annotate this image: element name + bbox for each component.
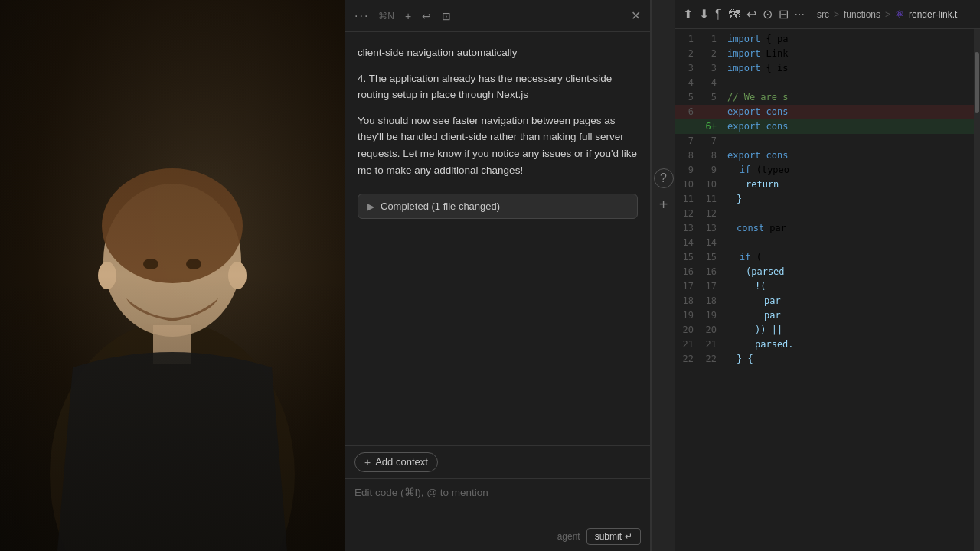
editor-body: 11import { pa22import Link33import { is4… [675, 29, 980, 551]
code-content: par [721, 308, 974, 323]
line-number-new: 8 [698, 148, 721, 163]
line-number-new: 6+ [698, 119, 721, 134]
code-content: (parsed [721, 265, 974, 279]
editor-row: 99if (typeo [675, 163, 974, 178]
more-icon[interactable]: ··· [795, 8, 805, 21]
add-context-label: Add context [375, 456, 428, 468]
code-content: } { [721, 352, 974, 367]
more-options-icon[interactable]: ··· [354, 9, 369, 23]
completed-bar[interactable]: ▶ Completed (1 file changed) [358, 194, 638, 219]
undo-icon[interactable]: ↩ [746, 7, 756, 21]
code-content: export cons [721, 119, 974, 134]
line-number-original: 14 [675, 236, 698, 250]
agent-label: agent [557, 531, 580, 542]
editor-row: 1919par [675, 308, 974, 323]
line-number-new: 20 [698, 323, 721, 337]
line-number-new: 15 [698, 250, 721, 265]
line-number-new: 2 [698, 47, 721, 61]
editor-row: 1515if ( [675, 250, 974, 265]
react-icon: ⚛ [895, 8, 904, 20]
code-content: import { pa [721, 32, 974, 47]
chat-side-toolbar: ? + [651, 0, 675, 551]
line-number-original: 12 [675, 207, 698, 221]
layout-icon[interactable]: ⊡ [440, 8, 452, 24]
line-number-original: 11 [675, 192, 698, 207]
code-content: import { is [721, 61, 974, 76]
line-number-new: 13 [698, 221, 721, 236]
code-content [721, 76, 974, 90]
close-icon[interactable]: ✕ [631, 8, 641, 23]
add-tab-icon[interactable]: + [403, 8, 413, 24]
svg-point-6 [98, 262, 116, 289]
editor-row: 1818par [675, 294, 974, 308]
line-number-original: 8 [675, 148, 698, 163]
svg-point-7 [228, 262, 247, 289]
chat-header-left: ··· ⌘N + ↩ ⊡ [354, 8, 452, 24]
editor-row: 33import { is [675, 61, 974, 76]
code-content: par [721, 294, 974, 308]
scrollbar[interactable] [974, 29, 980, 551]
line-number-original: 7 [675, 134, 698, 148]
chat-input[interactable] [354, 485, 641, 517]
editor-row: 1717!( [675, 279, 974, 294]
code-content: import Link [721, 47, 974, 61]
chat-input-footer: agent submit ↵ [345, 525, 650, 551]
editor-row: 11import { pa [675, 32, 974, 47]
line-number-original: 21 [675, 337, 698, 352]
history-icon[interactable]: ↩ [420, 8, 433, 24]
paragraph-icon[interactable]: ¶ [715, 8, 722, 21]
editor-row: 2020)) || [675, 323, 974, 337]
chat-input-wrapper [345, 479, 650, 526]
add-context-button[interactable]: + Add context [354, 452, 438, 472]
chevron-right-icon: ▶ [368, 201, 374, 212]
completed-label: Completed (1 file changed) [381, 201, 500, 212]
submit-label: submit [595, 531, 622, 542]
line-number-original: 16 [675, 265, 698, 279]
line-number-new: 4 [698, 76, 721, 90]
submit-enter-icon: ↵ [625, 531, 632, 542]
line-number-new: 5 [698, 90, 721, 105]
line-number-new: 7 [698, 134, 721, 148]
editor-row: 2121parsed. [675, 337, 974, 352]
chat-text-intro: client-side navigation automatically [358, 44, 638, 61]
line-number-original: 1 [675, 32, 698, 47]
line-number-new: 17 [698, 279, 721, 294]
line-number-new: 19 [698, 308, 721, 323]
code-content: export cons [721, 148, 974, 163]
chat-panel: ··· ⌘N + ↩ ⊡ ✕ client-side navigation au… [345, 0, 651, 551]
expand-icon[interactable]: + [654, 194, 674, 214]
chat-text-result: You should now see faster navigation bet… [358, 112, 638, 178]
split-icon[interactable]: ⊟ [779, 7, 789, 21]
circle-icon[interactable]: ⊙ [763, 7, 773, 21]
line-number-original: 19 [675, 308, 698, 323]
svg-point-3 [102, 168, 243, 283]
help-icon[interactable]: ? [654, 168, 674, 188]
line-number-new: 11 [698, 192, 721, 207]
submit-button[interactable]: submit ↵ [586, 528, 641, 545]
line-number-new: 12 [698, 207, 721, 221]
breadcrumb-src: src [817, 9, 829, 20]
map-icon[interactable]: 🗺 [728, 8, 740, 21]
line-number-original [675, 119, 698, 134]
editor-row: 1313const par [675, 221, 974, 236]
line-number-original: 18 [675, 294, 698, 308]
chat-text-point4: 4. The application already has the neces… [358, 70, 638, 103]
line-number-new: 22 [698, 352, 721, 367]
line-number-new: 10 [698, 178, 721, 192]
chat-content: client-side navigation automatically 4. … [345, 32, 650, 445]
editor-row: 1212 [675, 207, 974, 221]
line-number-original: 5 [675, 90, 698, 105]
line-number-new: 21 [698, 337, 721, 352]
editor-row: 1616(parsed [675, 265, 974, 279]
arrow-down-icon[interactable]: ⬇ [699, 7, 709, 21]
chat-header: ··· ⌘N + ↩ ⊡ ✕ [345, 0, 650, 32]
line-number-original: 15 [675, 250, 698, 265]
line-number-new: 14 [698, 236, 721, 250]
code-content [721, 236, 974, 250]
add-context-bar: + Add context [345, 446, 650, 479]
line-number-new: 16 [698, 265, 721, 279]
arrow-up-icon[interactable]: ⬆ [683, 7, 693, 21]
line-number-original: 9 [675, 163, 698, 178]
line-number-original: 2 [675, 47, 698, 61]
code-content: parsed. [721, 337, 974, 352]
